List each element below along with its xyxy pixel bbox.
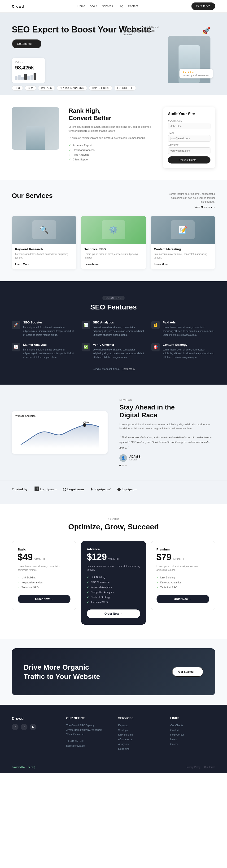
footer-top: Crowd f t ▶ OUR OFFICE The Crowd SEO Age… — [12, 717, 215, 751]
bar-5 — [28, 75, 30, 80]
logo-1: 🅽 Logoipsum — [35, 487, 56, 492]
features-basic: ✓ Link Building ✓ Keyword Analytics ✓ Te… — [18, 575, 71, 590]
logo-icon-1: 🅽 — [35, 487, 39, 492]
order-button-basic[interactable]: Order Now → — [18, 595, 71, 603]
order-button-premium[interactable]: Order Now → — [156, 595, 209, 603]
feature-title-4: Market Analysts — [23, 343, 76, 346]
trust-text: Trusted by 159k active users. — [182, 74, 210, 76]
name-input[interactable] — [168, 123, 211, 129]
footer-email[interactable]: hello@crowd.co — [66, 744, 111, 748]
learn-more-2[interactable]: Learn More — [84, 263, 98, 266]
tag-link-building[interactable]: LINK BUILDING — [89, 86, 112, 91]
reviewer-name: ADAM S. — [129, 455, 141, 458]
cta-banner-button[interactable]: Get Started → — [172, 667, 203, 677]
terms-link[interactable]: Our Terms — [204, 766, 216, 769]
trust-badge: ★★★★★ Trusted by 159k active users. — [180, 69, 213, 79]
footer-link-2[interactable]: Contact — [170, 728, 215, 733]
pf-check-icon: ✓ — [18, 586, 20, 589]
tag-ecommerce[interactable]: ECOMMERCE — [114, 86, 136, 91]
feature-content-6: Content Strategy Lorem ipsum dolor sit a… — [163, 343, 215, 359]
market-analysts-icon: 📈 — [14, 345, 18, 349]
view-services-link[interactable]: View Services → — [195, 206, 215, 209]
footer-link-5[interactable]: Career — [170, 742, 215, 747]
plan-name-premium: Premium — [156, 548, 209, 551]
footer-service-2[interactable]: Strategy — [118, 728, 163, 733]
nav-cta-button[interactable]: Get Started — [191, 2, 215, 10]
desc-basic: Lorem ipsum dolor sit amet, consectetur … — [18, 565, 71, 572]
nav-link-services[interactable]: Services — [102, 4, 113, 8]
footer-service-4[interactable]: eCommerce — [118, 737, 163, 742]
audit-card: Audit Your Site YOUR NAME EMAIL WEBSITE … — [163, 107, 215, 168]
about-section: Rank High, Convert Better Lorem ipsum do… — [0, 95, 227, 180]
verify-checker-icon: ✅ — [83, 345, 88, 349]
footer-service-3[interactable]: Link Building — [118, 733, 163, 737]
price-premium: $79 — [156, 552, 172, 562]
learn-more-1[interactable]: Learn More — [15, 263, 29, 266]
bar-1 — [15, 76, 17, 80]
reviews-description: Lorem ipsum dolor sit amet, consectetur … — [119, 423, 215, 431]
period-basic: /MONTH — [34, 558, 45, 561]
nav-link-blog[interactable]: Blog — [117, 4, 123, 8]
footer-service-6[interactable]: Reporting — [118, 747, 163, 751]
website-input[interactable] — [168, 147, 211, 154]
service-body-3: Content Marketing Lorem ipsum dolor sit … — [151, 244, 215, 270]
logo-name-4: logoipsum — [122, 488, 138, 491]
order-button-advance[interactable]: Order Now → — [87, 610, 140, 618]
pf-check-icon: ✓ — [156, 581, 159, 584]
quote-open-icon: " — [119, 435, 121, 439]
footer-service-1[interactable]: Keyword — [118, 723, 163, 728]
dot-3[interactable] — [125, 465, 127, 466]
tag-keyword[interactable]: KEYWORD ANALYSIS — [57, 86, 87, 91]
footer-service-5[interactable]: Analytics — [118, 742, 163, 747]
hero-cta-button[interactable]: Get Started → — [12, 39, 41, 48]
youtube-icon[interactable]: ▶ — [30, 724, 36, 730]
twitter-icon[interactable]: t — [21, 724, 28, 730]
footer-bottom: Powered by ServIQ Privacy Policy Our Ter… — [12, 761, 215, 769]
footer-phone[interactable]: +1 234 456 789 — [66, 739, 111, 744]
nav-link-about[interactable]: About — [90, 4, 97, 8]
tag-sem[interactable]: SEM — [25, 86, 36, 91]
services-grid: 🔍 Keyword Research Lorem ipsum dolor sit… — [12, 216, 215, 270]
reviews-label: REVIEWS — [119, 399, 215, 401]
email-input[interactable] — [168, 135, 211, 142]
footer-services-title: SERVICES — [118, 717, 163, 720]
facebook-icon[interactable]: f — [12, 724, 18, 730]
logo-3: ✦ logoipsum° — [90, 487, 111, 492]
nav-link-home[interactable]: Home — [78, 4, 85, 8]
pricing-label: PRICING — [12, 518, 215, 521]
feature-item-6: 🎯 Content Strategy Lorem ipsum dolor sit… — [151, 343, 215, 359]
about-heading: Rank High, Convert Better — [69, 107, 154, 122]
feature-advance-6: ✓ Technical SEO — [87, 600, 140, 605]
features-advance: ✓ Link Building ✓ SEO Commerce ✓ Keyword… — [87, 575, 140, 605]
footer-link-1[interactable]: Our Clients — [170, 723, 215, 728]
feature-desc-3: Lorem ipsum dolor sit amet, consectetur … — [163, 326, 215, 337]
footer-link-4[interactable]: News — [170, 737, 215, 742]
dot-2[interactable] — [122, 465, 124, 466]
footer: Crowd f t ▶ OUR OFFICE The Crowd SEO Age… — [0, 705, 227, 773]
footer-link-3[interactable]: Help Center — [170, 733, 215, 737]
powered-by: Powered by ServIQ — [12, 766, 35, 769]
learn-more-3[interactable]: Learn More — [154, 263, 168, 266]
about-description: Lorem ipsum dolor sit amet, consectetur … — [69, 125, 154, 133]
tag-seo[interactable]: SEO — [12, 86, 23, 91]
pricing-card-premium: Premium $79 /MONTH Lorem ipsum dolor sit… — [151, 541, 215, 610]
bar-2 — [18, 75, 21, 80]
logo-4: ◈ logoipsum — [117, 487, 138, 492]
pf-check-icon: ✓ — [87, 601, 89, 604]
feature-basic-2: ✓ Keyword Analytics — [18, 580, 71, 585]
privacy-policy-link[interactable]: Privacy Policy — [186, 766, 200, 769]
tag-paid-ads[interactable]: PAID ADS — [38, 86, 55, 91]
pf-check-icon: ✓ — [87, 591, 89, 594]
service-img-placeholder-3: 📝 — [171, 220, 195, 239]
chart-title: Website Analytics — [15, 415, 104, 417]
feature-icon-box-4: 📈 — [12, 343, 20, 351]
nav-link-contact[interactable]: Contact — [128, 4, 138, 8]
request-quote-button[interactable]: Request Quote → — [168, 156, 211, 163]
features-contact-link[interactable]: Contact Us — [122, 368, 135, 370]
reviewer: 👤 ADAM S. LinkedIn — [119, 454, 215, 462]
check-icon-1: ✓ — [69, 144, 71, 147]
features-label: SOLUTIONS — [102, 296, 125, 300]
features-cta: Need custom solutions? Contact Us — [12, 368, 215, 370]
about-img-inner — [12, 107, 59, 150]
dot-1[interactable] — [119, 465, 121, 466]
